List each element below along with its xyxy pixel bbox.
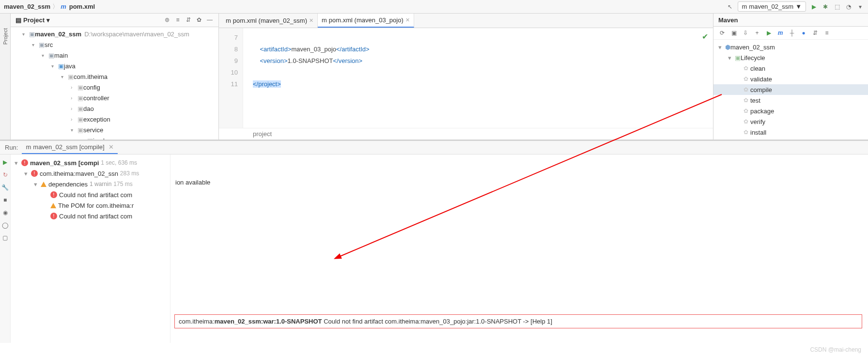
error-icon: !	[31, 170, 38, 177]
wrench-icon[interactable]: 🔧	[1, 184, 9, 191]
goal-package[interactable]: package	[750, 108, 774, 115]
tab-pom-pojo[interactable]: mpom.xml (maven_03_pojo)✕	[318, 14, 414, 28]
run-config-selector[interactable]: m maven_02_ssm ▼	[738, 1, 806, 12]
rerun-icon[interactable]: ▶	[1, 158, 9, 166]
project-root-path: D:\workspace\maven\maven_02_ssm	[84, 31, 189, 38]
goal-test[interactable]: test	[750, 97, 760, 104]
tree-controller[interactable]: controller	[83, 94, 109, 102]
coverage-icon[interactable]: ⬚	[833, 3, 841, 11]
breadcrumb: maven_02_ssm 〉 m pom.xml	[4, 2, 95, 11]
offline-icon[interactable]: ●	[800, 29, 807, 37]
download-icon[interactable]: ⇩	[742, 29, 749, 37]
goal-compile[interactable]: compile	[750, 86, 772, 93]
collapse-all-icon[interactable]: ≡	[823, 29, 831, 37]
run-item-2[interactable]: Could not find artifact com	[59, 213, 132, 220]
execute-icon[interactable]: m	[776, 29, 784, 37]
error-icon: !	[50, 213, 57, 219]
editor-tabs: mpom.xml (maven_02_ssm)✕ mpom.xml (maven…	[219, 14, 713, 28]
locate-icon[interactable]: ⊚	[163, 16, 171, 24]
rerun-failed-icon[interactable]: ↻	[1, 171, 9, 179]
run-sub[interactable]: com.itheima:maven_02_ssn	[40, 170, 118, 177]
dropdown-icon: ▼	[795, 3, 802, 10]
breadcrumb-separator: 〉	[52, 2, 59, 11]
console-fragment: ion available	[175, 179, 863, 186]
close-icon[interactable]: ✕	[309, 17, 313, 24]
more-icon[interactable]: ▾	[856, 3, 864, 11]
close-icon[interactable]: ✕	[405, 17, 410, 23]
project-tree[interactable]: ▾▣ maven_02_ssmD:\workspace\maven\maven_…	[11, 27, 218, 139]
goal-verify[interactable]: verify	[750, 118, 765, 125]
close-icon[interactable]: ✕	[108, 143, 114, 151]
tree-src[interactable]: src	[45, 41, 53, 48]
run-title: Run:	[5, 144, 18, 151]
warning-icon	[50, 203, 56, 208]
collapse-icon[interactable]: ⇵	[185, 16, 192, 24]
run-panel: Run: mmaven_02_ssm [compile]✕ ▶ ↻ 🔧 ■ ◉ …	[0, 139, 868, 343]
breadcrumb-file[interactable]: pom.xml	[69, 3, 95, 10]
run-toolbar: ▶ ↻ 🔧 ■ ◉ ◯ ▢	[0, 155, 11, 343]
build-icon[interactable]: ↖	[726, 3, 734, 11]
run-item-0[interactable]: Could not find artifact com	[59, 191, 132, 199]
stop-icon[interactable]: ■	[1, 196, 9, 204]
tree-impl[interactable]: impl	[93, 137, 105, 139]
tree-pkg[interactable]: com.itheima	[74, 73, 108, 80]
maven-tree[interactable]: ▾⬢ maven_02_ssm ▾▣ Lifecycle ✿clean ✿val…	[713, 40, 868, 139]
tree-main[interactable]: main	[54, 52, 68, 59]
toggle-icon[interactable]: ┼	[788, 29, 796, 37]
run-deps[interactable]: dependencies	[48, 181, 88, 188]
tree-service[interactable]: service	[83, 126, 103, 134]
project-stripe-label[interactable]: Project	[2, 28, 8, 45]
editor-breadcrumb[interactable]: project	[219, 128, 713, 139]
hide-icon[interactable]: —	[206, 16, 214, 24]
tab-pom-ssm[interactable]: mpom.xml (maven_02_ssm)✕	[222, 14, 318, 28]
console-output[interactable]: ion available com.itheima:maven_02_ssm:w…	[170, 155, 868, 343]
validation-ok-icon: ✔	[702, 32, 708, 41]
error-icon: !	[50, 191, 57, 198]
maven-toolbar: ⟳ ▣ ⇩ + ▶ m ┼ ● ⇵ ≡	[713, 27, 868, 40]
run-tab[interactable]: mmaven_02_ssm [compile]✕	[22, 141, 117, 154]
maven-file-icon: m	[61, 3, 66, 10]
project-panel: ▤ Project ▾ ⊚ ≡ ⇵ ✿ — ▾▣ maven_02_ssmD:\…	[11, 14, 219, 139]
view-icon[interactable]: ◉	[1, 209, 9, 217]
code-line-8: <artifactId>maven_03_pojo</artifactId>	[253, 44, 370, 55]
generate-icon[interactable]: ▣	[730, 29, 738, 37]
error-icon: !	[21, 159, 28, 166]
maven-panel: Maven ⟳ ▣ ⇩ + ▶ m ┼ ● ⇵ ≡ ▾⬢ maven_02_ss…	[713, 14, 868, 139]
layout-icon[interactable]: ▢	[1, 234, 9, 242]
code-line-11: </project>	[253, 78, 370, 90]
tree-dao[interactable]: dao	[83, 105, 94, 112]
warning-icon	[41, 182, 46, 187]
maven-root[interactable]: maven_02_ssm	[730, 44, 775, 51]
settings-icon[interactable]: ✿	[195, 16, 203, 24]
project-panel-title[interactable]: ▤ Project ▾	[16, 16, 50, 24]
breadcrumb-root[interactable]: maven_02_ssm	[4, 3, 50, 10]
expand-icon[interactable]: ≡	[174, 16, 182, 24]
run-item-1[interactable]: The POM for com.itheima:r	[58, 202, 134, 209]
goal-clean[interactable]: clean	[750, 65, 765, 72]
tree-java[interactable]: java	[64, 62, 76, 70]
goal-validate[interactable]: validate	[750, 76, 772, 83]
expand-all-icon[interactable]: ⇵	[811, 29, 819, 37]
run-icon[interactable]: ▶	[810, 3, 818, 11]
run-result-tree[interactable]: ▾!maven_02_ssm [compi1 sec, 636 ms ▾!com…	[11, 155, 170, 343]
reload-icon[interactable]: ⟳	[718, 29, 726, 37]
editor-area: mpom.xml (maven_02_ssm)✕ mpom.xml (maven…	[219, 14, 713, 139]
tree-exception[interactable]: exception	[83, 116, 110, 123]
tree-config[interactable]: config	[83, 84, 100, 91]
add-icon[interactable]: +	[753, 29, 761, 37]
code-line-9: <version>1.0-SNAPSHOT</version>	[253, 55, 370, 67]
camera-icon[interactable]: ◯	[1, 221, 9, 229]
maven-config-icon: m	[742, 3, 747, 10]
goal-install[interactable]: install	[750, 129, 766, 136]
project-root[interactable]: maven_02_ssm	[35, 31, 81, 38]
line-gutter: 7891011	[219, 28, 243, 128]
left-stripe: Project	[0, 14, 11, 139]
debug-icon[interactable]: ✱	[822, 3, 829, 11]
code-editor[interactable]: ✔ 7891011 <artifactId>maven_03_pojo</art…	[219, 28, 713, 128]
run-root[interactable]: maven_02_ssm [compi	[30, 159, 99, 167]
maven-lifecycle[interactable]: Lifecycle	[741, 54, 765, 62]
error-highlight-box: com.itheima:maven_02_ssm:war:1.0-SNAPSHO…	[174, 314, 862, 328]
dropdown-icon: ▾	[46, 16, 50, 24]
profile-icon[interactable]: ◔	[845, 3, 852, 11]
run-goal-icon[interactable]: ▶	[765, 29, 773, 37]
